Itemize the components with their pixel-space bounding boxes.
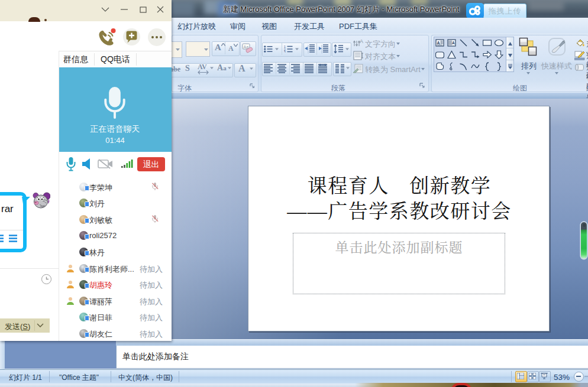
svg-text:A: A — [360, 38, 363, 44]
svg-text:A: A — [452, 41, 455, 45]
svg-text:A: A — [437, 41, 440, 45]
svg-text:3: 3 — [284, 50, 286, 53]
svg-text:Aa: Aa — [244, 45, 249, 49]
